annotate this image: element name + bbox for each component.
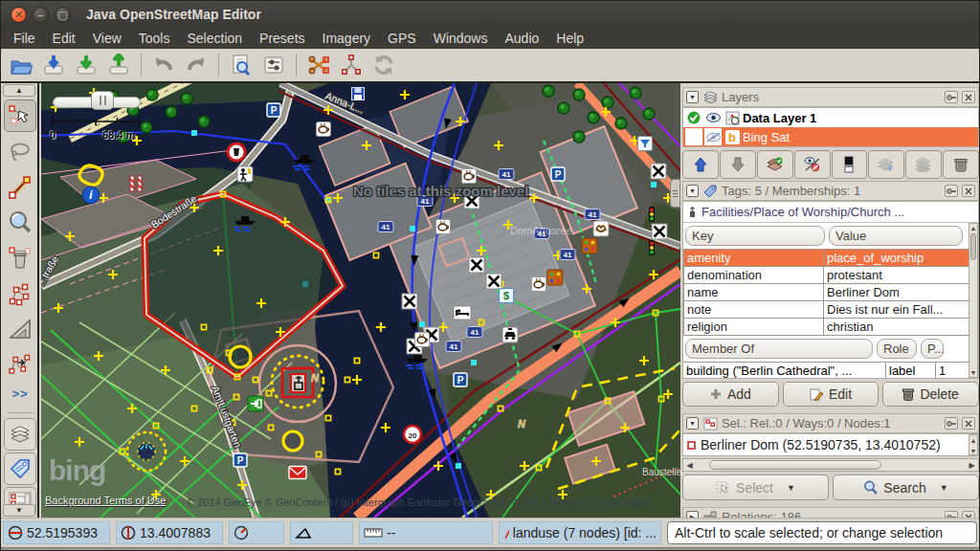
collapse-selection-button[interactable]: ▼: [686, 417, 699, 430]
statusbar: 52.5195393 13.4007883 -- landuse (7 node…: [1, 518, 979, 547]
unglue-button[interactable]: [335, 51, 368, 79]
tag-row-religion[interactable]: religionchristian: [684, 319, 978, 336]
selection-panel-header: ▼ Sel.: Rel.:0 / Ways:0 / Nodes:1: [682, 413, 979, 433]
tag-row-amenity[interactable]: amenityplace_of_worship: [684, 250, 978, 267]
menu-tools[interactable]: Tools: [130, 31, 179, 46]
menu-gps[interactable]: GPS: [379, 31, 425, 46]
layer-move-up-button[interactable]: [682, 150, 719, 179]
maximize-button[interactable]: ▢: [55, 7, 71, 23]
selection-vertical-scrollbar[interactable]: ▲ ▼: [969, 434, 978, 455]
menu-windows[interactable]: Windows: [425, 31, 497, 46]
sticky-pin-icon[interactable]: [945, 185, 958, 197]
menu-imagery[interactable]: Imagery: [314, 31, 380, 46]
layer-merge-button[interactable]: [905, 150, 942, 179]
baustelle-label: Baustelle: [642, 467, 680, 477]
tag-row-denomination[interactable]: denominationprotestant: [684, 267, 978, 284]
tags-dialog-button[interactable]: [4, 452, 36, 485]
sticky-pin-icon[interactable]: [945, 91, 958, 103]
lasso-tool-button[interactable]: [4, 136, 36, 168]
lasso-icon: [8, 140, 33, 165]
key-column-header[interactable]: Key: [685, 226, 825, 246]
undo-button[interactable]: [147, 51, 180, 79]
member-of-column-header[interactable]: Member Of: [685, 339, 873, 359]
role-column-header[interactable]: Role: [877, 339, 917, 359]
layer-hidden-eye-icon[interactable]: [704, 128, 722, 145]
redo-button[interactable]: [180, 51, 212, 79]
layer-delete-button[interactable]: [943, 150, 979, 179]
svg-text:41: 41: [564, 251, 572, 259]
tools-scroll-up-button[interactable]: ▲: [3, 84, 35, 97]
layer-row-bing-sat[interactable]: b Bing Sat: [683, 127, 978, 146]
tags-vertical-scrollbar[interactable]: ▲ ▼: [969, 223, 978, 378]
menu-view[interactable]: View: [84, 31, 130, 46]
search-objects-button[interactable]: [225, 51, 257, 79]
menu-help[interactable]: Help: [547, 31, 592, 46]
refresh-button[interactable]: [368, 51, 400, 79]
extrude-tool-button[interactable]: [4, 313, 36, 345]
edit-tool-column: ▲ >>: [1, 83, 39, 518]
select-button[interactable]: Select ▼: [682, 474, 829, 500]
menu-selection[interactable]: Selection: [178, 31, 251, 46]
minimize-button[interactable]: –: [33, 7, 49, 23]
menu-presets[interactable]: Presets: [251, 31, 313, 46]
layer-visible-eye-icon[interactable]: [704, 109, 722, 126]
membership-row[interactable]: building ("Berlin Cathedral", ... label …: [683, 362, 978, 379]
more-tools-button[interactable]: >>: [4, 382, 36, 405]
collapse-layers-button[interactable]: ▼: [686, 91, 699, 103]
delete-tool-button[interactable]: [4, 242, 36, 275]
position-column-header[interactable]: P...: [921, 339, 944, 359]
latitude-icon: [8, 525, 23, 540]
upload-button[interactable]: [102, 51, 135, 79]
download-data-button[interactable]: [70, 51, 102, 79]
layer-visibility-button[interactable]: [794, 150, 831, 179]
close-panel-icon[interactable]: [962, 185, 975, 197]
open-file-button[interactable]: [5, 51, 37, 79]
split-way-button[interactable]: [302, 51, 335, 79]
mail-icon: [289, 467, 306, 479]
merge-nodes-tool-button[interactable]: [4, 277, 36, 310]
add-tag-button[interactable]: Add: [682, 382, 779, 407]
parking-icon: P: [234, 453, 247, 467]
close-button[interactable]: ✕: [11, 7, 27, 23]
info-icon: i: [82, 187, 100, 204]
selected-object-item[interactable]: Berliner Dom (52.5190735, 13.4010752): [683, 434, 978, 455]
tools-scroll-down-button[interactable]: ▼: [3, 504, 35, 517]
tag-row-note[interactable]: noteDies ist nur ein Fall...: [684, 301, 978, 319]
preset-link[interactable]: Facilities/Place of Worship/Church ...: [683, 202, 978, 223]
sticky-pin-icon[interactable]: [945, 417, 958, 430]
pencil-icon: [810, 387, 823, 401]
layer-row-data-layer[interactable]: Data Layer 1: [683, 108, 978, 127]
menu-audio[interactable]: Audio: [496, 31, 547, 46]
membership-table-header: Member Of Role P...: [683, 336, 978, 362]
panel-splitter-handle[interactable]: [670, 179, 680, 208]
select-tool-button[interactable]: [4, 99, 36, 132]
edit-tag-button[interactable]: Edit: [783, 382, 880, 407]
draw-node-tool-button[interactable]: [4, 171, 36, 204]
node-network-icon: [8, 281, 33, 306]
collapse-tags-button[interactable]: ▼: [686, 185, 699, 197]
tag-row-name[interactable]: nameBerliner Dom: [684, 284, 978, 301]
layer-opacity-button[interactable]: [832, 150, 868, 179]
zoom-slider-handle[interactable]: [91, 91, 114, 110]
value-column-header[interactable]: Value: [829, 226, 963, 246]
terms-of-use-link[interactable]: Background Terms of Use: [45, 495, 166, 506]
menu-file[interactable]: File: [5, 31, 44, 46]
toggle-dialogs-button[interactable]: [257, 51, 290, 79]
selection-horizontal-scrollbar[interactable]: ◀▶: [682, 458, 979, 472]
download-button[interactable]: [37, 51, 70, 79]
parallel-way-tool-button[interactable]: [4, 348, 36, 381]
layer-activate-button[interactable]: [757, 150, 793, 179]
layer-duplicate-button[interactable]: [868, 150, 904, 179]
delete-tag-button[interactable]: Delete: [882, 382, 979, 407]
map-view[interactable]: 20 i $ P P P P 41 41 41: [41, 83, 680, 518]
search-icon: [863, 480, 878, 495]
zoom-tool-button[interactable]: [4, 207, 36, 239]
layer-move-down-button[interactable]: [720, 150, 756, 179]
svg-text:20: 20: [409, 431, 417, 440]
close-panel-icon[interactable]: [962, 417, 975, 430]
search-button[interactable]: Search ▼: [833, 474, 979, 500]
layers-dialog-button[interactable]: [4, 418, 36, 451]
selection-icon: [702, 416, 718, 431]
menu-edit[interactable]: Edit: [44, 31, 84, 46]
close-panel-icon[interactable]: [962, 91, 975, 103]
